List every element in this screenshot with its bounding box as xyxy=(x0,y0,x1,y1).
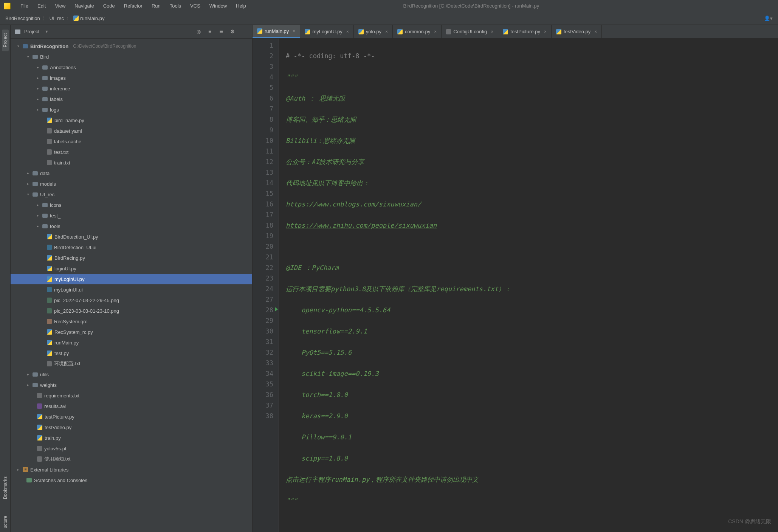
tree-file[interactable]: RecSystem.qrc xyxy=(11,316,252,327)
line-gutter[interactable]: 1234567891011121314151617181920212223242… xyxy=(253,39,279,532)
tree-folder-utils[interactable]: ▸utils xyxy=(11,369,252,380)
tree-folder-icons[interactable]: ▸icons xyxy=(11,200,252,210)
folder-icon xyxy=(42,76,48,80)
tree-folder-inference[interactable]: ▸inference xyxy=(11,83,252,94)
tab-configui[interactable]: ConfigUI.config× xyxy=(442,25,498,38)
close-icon[interactable]: × xyxy=(384,29,388,34)
python-icon xyxy=(503,29,508,34)
menu-help[interactable]: Help xyxy=(232,2,250,10)
tree-file[interactable]: pic_2023-03-03-01-23-10.png xyxy=(11,306,252,316)
tree-folder-bird[interactable]: ▾Bird xyxy=(11,51,252,62)
tree-folder-uirec[interactable]: ▾UI_rec xyxy=(11,189,252,200)
folder-icon xyxy=(42,224,48,228)
rail-tab-project[interactable]: Project xyxy=(2,29,9,51)
tab-testvideo[interactable]: testVideo.py× xyxy=(552,25,602,38)
tree-file[interactable]: BirdDetection_UI.ui xyxy=(11,242,252,253)
tab-runmain[interactable]: runMain.py× xyxy=(253,25,300,38)
menu-edit[interactable]: Edit xyxy=(34,2,50,10)
tree-file[interactable]: BirdDetection_UI.py xyxy=(11,231,252,242)
rail-tab-bookmarks[interactable]: Bookmarks xyxy=(2,473,9,503)
folder-icon xyxy=(42,214,48,218)
tree-file[interactable]: runMain.py xyxy=(11,337,252,348)
code-content[interactable]: # -*- coding: utf-8 -*- """ @Auth ： 思绪无限… xyxy=(279,39,778,532)
user-icon[interactable]: 👤▾ xyxy=(764,16,773,21)
chevron-down-icon[interactable]: ▼ xyxy=(45,29,48,34)
tree-file[interactable]: 环境配置.txt xyxy=(11,358,252,369)
tree-file[interactable]: labels.cache xyxy=(11,136,252,147)
python-icon xyxy=(37,425,42,430)
settings-icon[interactable]: ⚙ xyxy=(229,28,236,36)
menu-tools[interactable]: Tools xyxy=(166,2,185,10)
code-editor[interactable]: 1234567891011121314151617181920212223242… xyxy=(253,39,778,532)
tree-folder-test[interactable]: ▸test_ xyxy=(11,210,252,221)
menu-file[interactable]: FFileile xyxy=(17,2,32,10)
hide-icon[interactable]: — xyxy=(240,28,248,36)
python-icon xyxy=(47,234,52,239)
tree-file[interactable]: train.txt xyxy=(11,157,252,168)
breadcrumb-file[interactable]: runMain.py xyxy=(73,16,104,21)
tree-file[interactable]: train.py xyxy=(11,433,252,443)
project-tree[interactable]: ▾BirdRecognitionG:\DetectCode\BirdRecogn… xyxy=(11,39,252,532)
locate-icon[interactable]: ◎ xyxy=(195,28,202,36)
close-icon[interactable]: × xyxy=(432,29,437,34)
tree-folder-logs[interactable]: ▸logs xyxy=(11,104,252,115)
tree-file-selected[interactable]: myLoginUI.py xyxy=(11,274,252,284)
folder-icon xyxy=(42,65,48,70)
tree-file[interactable]: dataset.yaml xyxy=(11,126,252,136)
tree-folder-labels[interactable]: ▸labels xyxy=(11,94,252,104)
tree-file[interactable]: yolov5s.pt xyxy=(11,443,252,454)
menu-run[interactable]: Run xyxy=(148,2,164,10)
menu-refactor[interactable]: Refactor xyxy=(120,2,146,10)
tree-folder-annotations[interactable]: ▸Annotations xyxy=(11,62,252,73)
ui-icon xyxy=(47,245,52,250)
menu-vcs[interactable]: VCS xyxy=(186,2,204,10)
tree-external-libraries[interactable]: ▸External Libraries xyxy=(11,464,252,475)
tree-file[interactable]: test.py xyxy=(11,348,252,358)
tree-folder-weights[interactable]: ▸weights xyxy=(11,380,252,390)
tree-folder-models[interactable]: ▸models xyxy=(11,178,252,189)
project-panel-label[interactable]: Project xyxy=(24,29,39,34)
tree-file[interactable]: results.avi xyxy=(11,401,252,411)
expand-all-icon[interactable]: ≡ xyxy=(206,28,214,36)
run-triangle-icon[interactable] xyxy=(275,307,278,312)
menu-code[interactable]: Code xyxy=(99,2,119,10)
tab-testpicture[interactable]: testPicture.py× xyxy=(498,25,552,38)
tree-file[interactable]: RecSystem_rc.py xyxy=(11,327,252,337)
python-icon xyxy=(47,266,52,271)
tree-folder-tools[interactable]: ▸tools xyxy=(11,221,252,231)
python-icon xyxy=(257,28,262,34)
folder-icon xyxy=(15,29,20,34)
close-icon[interactable]: × xyxy=(291,28,295,34)
tree-file[interactable]: myLoginUI.ui xyxy=(11,284,252,295)
tab-common[interactable]: common.py× xyxy=(393,25,442,38)
tree-file[interactable]: 使用须知.txt xyxy=(11,454,252,464)
close-icon[interactable]: × xyxy=(593,29,597,34)
folder-icon xyxy=(33,182,38,186)
breadcrumb-folder[interactable]: UI_rec xyxy=(50,16,64,21)
breadcrumb-root[interactable]: BirdRecognition xyxy=(5,16,40,21)
close-icon[interactable]: × xyxy=(345,29,349,34)
tree-file[interactable]: BirdRecing.py xyxy=(11,253,252,263)
editor-area: runMain.py× myLoginUI.py× yolo.py× commo… xyxy=(253,25,778,532)
tree-file[interactable]: bird_name.py xyxy=(11,115,252,126)
tree-folder-data[interactable]: ▸data xyxy=(11,168,252,178)
menu-window[interactable]: Window xyxy=(206,2,231,10)
tree-file[interactable]: pic_2022-07-03-22-29-45.png xyxy=(11,295,252,306)
rail-tab-structure[interactable]: ucture xyxy=(2,512,9,532)
tree-file[interactable]: test.txt xyxy=(11,147,252,157)
tab-myloginui[interactable]: myLoginUI.py× xyxy=(300,25,354,38)
collapse-all-icon[interactable]: ≣ xyxy=(217,28,225,36)
tree-file[interactable]: testPicture.py xyxy=(11,411,252,422)
close-icon[interactable]: × xyxy=(542,29,547,34)
menu-navigate[interactable]: Navigate xyxy=(71,2,98,10)
menu-view[interactable]: View xyxy=(51,2,69,10)
close-icon[interactable]: × xyxy=(489,29,493,34)
tree-file[interactable]: requirements.txt xyxy=(11,390,252,401)
tree-file[interactable]: loginUI.py xyxy=(11,263,252,274)
tree-scratches[interactable]: Scratches and Consoles xyxy=(11,475,252,485)
tree-root[interactable]: ▾BirdRecognitionG:\DetectCode\BirdRecogn… xyxy=(11,41,252,51)
tree-file[interactable]: testVideo.py xyxy=(11,422,252,433)
text-icon xyxy=(37,456,42,462)
tab-yolo[interactable]: yolo.py× xyxy=(354,25,393,38)
tree-folder-images[interactable]: ▸images xyxy=(11,73,252,83)
